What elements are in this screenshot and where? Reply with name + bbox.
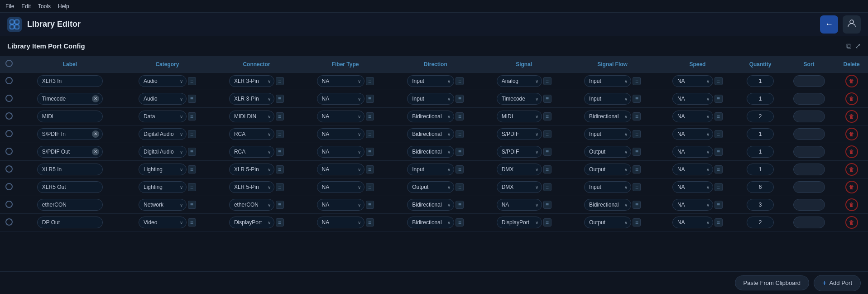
- signal-flow-select-6[interactable]: InputOutputBidirectional: [584, 181, 631, 193]
- sort-input-5[interactable]: [793, 164, 825, 175]
- signal-list-icon-5[interactable]: ☰: [543, 165, 551, 174]
- quantity-input-6[interactable]: [747, 181, 774, 193]
- quantity-input-5[interactable]: [747, 164, 774, 175]
- connector-list-icon-1[interactable]: ☰: [276, 95, 284, 103]
- category-list-icon-6[interactable]: ☰: [188, 183, 196, 191]
- row-radio-7[interactable]: [5, 201, 13, 208]
- connector-list-icon-2[interactable]: ☰: [276, 112, 284, 120]
- clear-label-btn-1[interactable]: ✕: [92, 95, 99, 102]
- delete-btn-2[interactable]: 🗑: [845, 110, 858, 123]
- label-input-2[interactable]: [37, 111, 103, 122]
- label-input-6[interactable]: [37, 181, 103, 193]
- category-select-0[interactable]: AudioDataDigital AudioLightingNetworkVid…: [139, 75, 187, 87]
- signal-flow-list-icon-1[interactable]: ☰: [633, 95, 641, 103]
- fiber-type-select-0[interactable]: NASingle ModeMulti Mode: [317, 75, 364, 87]
- speed-list-icon-4[interactable]: ☰: [715, 148, 723, 156]
- speed-list-icon-5[interactable]: ☰: [715, 165, 723, 174]
- quantity-input-0[interactable]: [747, 75, 774, 87]
- direction-list-icon-8[interactable]: ☰: [456, 218, 464, 227]
- signal-list-icon-1[interactable]: ☰: [543, 95, 551, 103]
- speed-list-icon-3[interactable]: ☰: [715, 130, 723, 138]
- signal-list-icon-4[interactable]: ☰: [543, 148, 551, 156]
- menu-tools[interactable]: Tools: [38, 3, 51, 10]
- category-list-icon-5[interactable]: ☰: [188, 165, 196, 174]
- category-list-icon-2[interactable]: ☰: [188, 112, 196, 120]
- direction-list-icon-2[interactable]: ☰: [456, 112, 464, 120]
- speed-list-icon-8[interactable]: ☰: [715, 218, 723, 227]
- label-input-8[interactable]: [37, 217, 103, 228]
- row-radio-0[interactable]: [5, 77, 13, 84]
- connector-list-icon-7[interactable]: ☰: [276, 201, 284, 209]
- fiber-type-list-icon-1[interactable]: ☰: [366, 95, 374, 103]
- direction-select-7[interactable]: InputOutputBidirectional: [407, 199, 454, 211]
- signal-select-0[interactable]: AnalogTimecodeMIDIS/PDIFDMXNADisplayPort: [497, 75, 542, 87]
- connector-list-icon-8[interactable]: ☰: [276, 218, 284, 227]
- speed-list-icon-7[interactable]: ☰: [715, 201, 723, 209]
- fiber-type-select-5[interactable]: NASingle ModeMulti Mode: [317, 164, 364, 175]
- speed-list-icon-6[interactable]: ☰: [715, 183, 723, 191]
- quantity-input-7[interactable]: [747, 199, 774, 211]
- connector-select-4[interactable]: XLR 3-PinXLR 5-PinMIDI DINRCAetherCONDis…: [229, 146, 274, 158]
- sort-input-1[interactable]: [793, 93, 825, 105]
- direction-list-icon-1[interactable]: ☰: [456, 95, 464, 103]
- signal-flow-list-icon-7[interactable]: ☰: [633, 201, 641, 209]
- signal-list-icon-3[interactable]: ☰: [543, 130, 551, 138]
- direction-list-icon-6[interactable]: ☰: [456, 183, 464, 191]
- direction-select-5[interactable]: InputOutputBidirectional: [407, 164, 454, 175]
- connector-list-icon-3[interactable]: ☰: [276, 130, 284, 138]
- quantity-input-1[interactable]: [747, 93, 774, 105]
- signal-flow-select-8[interactable]: InputOutputBidirectional: [584, 217, 631, 228]
- category-list-icon-1[interactable]: ☰: [188, 95, 196, 103]
- speed-select-5[interactable]: NA1G10G100M: [672, 164, 713, 175]
- connector-select-7[interactable]: XLR 3-PinXLR 5-PinMIDI DINRCAetherCONDis…: [229, 199, 274, 211]
- direction-list-icon-5[interactable]: ☰: [456, 165, 464, 174]
- signal-flow-select-3[interactable]: InputOutputBidirectional: [584, 128, 631, 140]
- speed-select-7[interactable]: NA1G10G100M: [672, 199, 713, 211]
- row-radio-3[interactable]: [5, 130, 13, 137]
- copy-icon[interactable]: ⧉: [846, 42, 851, 50]
- speed-list-icon-2[interactable]: ☰: [715, 112, 723, 120]
- row-radio-4[interactable]: [5, 148, 13, 155]
- direction-select-3[interactable]: InputOutputBidirectional: [407, 128, 454, 140]
- connector-select-5[interactable]: XLR 3-PinXLR 5-PinMIDI DINRCAetherCONDis…: [229, 164, 274, 175]
- speed-select-1[interactable]: NA1G10G100M: [672, 93, 713, 105]
- speed-select-0[interactable]: NA1G10G100M: [672, 75, 713, 87]
- signal-flow-select-1[interactable]: InputOutputBidirectional: [584, 93, 631, 105]
- speed-list-icon-1[interactable]: ☰: [715, 95, 723, 103]
- speed-select-4[interactable]: NA1G10G100M: [672, 146, 713, 158]
- speed-list-icon-0[interactable]: ☰: [715, 77, 723, 85]
- fiber-type-select-8[interactable]: NASingle ModeMulti Mode: [317, 217, 364, 228]
- connector-select-0[interactable]: XLR 3-PinXLR 5-PinMIDI DINRCAetherCONDis…: [229, 75, 274, 87]
- connector-select-8[interactable]: XLR 3-PinXLR 5-PinMIDI DINRCAetherCONDis…: [229, 217, 274, 228]
- quantity-input-8[interactable]: [747, 217, 774, 228]
- direction-list-icon-0[interactable]: ☰: [456, 77, 464, 85]
- direction-select-8[interactable]: InputOutputBidirectional: [407, 217, 454, 228]
- direction-select-0[interactable]: InputOutputBidirectional: [407, 75, 454, 87]
- fiber-type-list-icon-4[interactable]: ☰: [366, 148, 374, 156]
- category-select-5[interactable]: AudioDataDigital AudioLightingNetworkVid…: [139, 164, 187, 175]
- fiber-type-list-icon-6[interactable]: ☰: [366, 183, 374, 191]
- category-list-icon-0[interactable]: ☰: [188, 77, 196, 85]
- row-radio-1[interactable]: [5, 95, 13, 102]
- row-radio-5[interactable]: [5, 165, 13, 173]
- category-list-icon-3[interactable]: ☰: [188, 130, 196, 138]
- signal-list-icon-6[interactable]: ☰: [543, 183, 551, 191]
- speed-select-6[interactable]: NA1G10G100M: [672, 181, 713, 193]
- quantity-input-3[interactable]: [747, 128, 774, 140]
- fiber-type-select-3[interactable]: NASingle ModeMulti Mode: [317, 128, 364, 140]
- menu-file[interactable]: File: [5, 3, 14, 10]
- category-list-icon-4[interactable]: ☰: [188, 148, 196, 156]
- delete-btn-3[interactable]: 🗑: [845, 128, 858, 140]
- fiber-type-select-6[interactable]: NASingle ModeMulti Mode: [317, 181, 364, 193]
- connector-select-1[interactable]: XLR 3-PinXLR 5-PinMIDI DINRCAetherCONDis…: [229, 93, 274, 105]
- sort-input-2[interactable]: [793, 111, 825, 122]
- direction-list-icon-7[interactable]: ☰: [456, 201, 464, 209]
- signal-flow-select-4[interactable]: InputOutputBidirectional: [584, 146, 631, 158]
- menu-help[interactable]: Help: [58, 3, 69, 10]
- fiber-type-list-icon-8[interactable]: ☰: [366, 218, 374, 227]
- back-button[interactable]: ←: [820, 15, 838, 34]
- signal-flow-select-0[interactable]: InputOutputBidirectional: [584, 75, 631, 87]
- expand-icon[interactable]: ⤢: [855, 42, 861, 50]
- direction-select-1[interactable]: InputOutputBidirectional: [407, 93, 454, 105]
- delete-btn-1[interactable]: 🗑: [845, 92, 858, 105]
